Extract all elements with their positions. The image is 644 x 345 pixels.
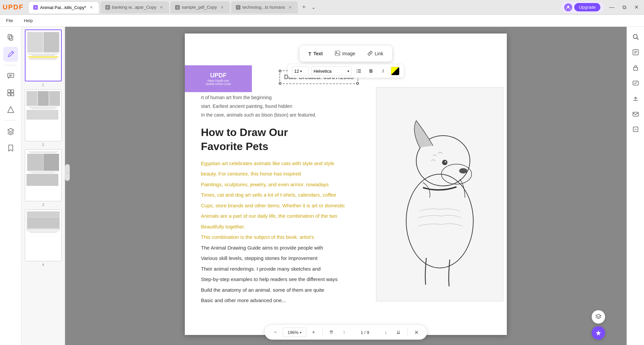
- bookmark-icon[interactable]: [3, 141, 18, 155]
- comment-icon[interactable]: [3, 69, 18, 83]
- tab-animal-painting[interactable]: A Animal Pai...kills_Copy* ✕: [28, 1, 99, 13]
- thumbnail-3[interactable]: 3: [23, 149, 63, 207]
- bold-button[interactable]: B: [366, 66, 376, 76]
- thumbnail-4[interactable]: 4: [23, 209, 63, 267]
- edit-icon[interactable]: [3, 47, 18, 62]
- zoom-display[interactable]: 196% ▾: [283, 328, 306, 337]
- thumbnail-2[interactable]: 2: [23, 89, 63, 147]
- next-page-button[interactable]: ↓: [380, 327, 391, 338]
- layers-floating-button[interactable]: [592, 310, 605, 324]
- svg-point-12: [336, 52, 337, 53]
- svg-rect-8: [8, 93, 10, 96]
- heading-line1: How to Draw Our: [201, 126, 288, 138]
- last-page-button[interactable]: ⇊: [393, 327, 404, 338]
- pdf-viewing-area: T Text Image Link 12 ▾: [65, 27, 627, 345]
- thumb-box-1[interactable]: [25, 29, 62, 81]
- first-page-button[interactable]: ⇈: [326, 327, 337, 338]
- zoom-in-button[interactable]: +: [308, 327, 319, 338]
- left-sidebar: [0, 27, 21, 345]
- watermark-url: https://updf.com: [208, 79, 229, 82]
- toolbar-tab-image[interactable]: Image: [331, 49, 359, 58]
- thumb-num-3: 3: [42, 203, 44, 207]
- zoom-out-button[interactable]: −: [270, 327, 281, 338]
- toolbar-tab-link-label: Link: [375, 51, 383, 56]
- pdf-toolbar: T Text Image Link: [300, 46, 392, 62]
- font-size-value: 12: [294, 69, 299, 74]
- thumbnail-1[interactable]: 1: [23, 29, 63, 87]
- thumb-num-2: 2: [42, 143, 44, 147]
- organize-icon[interactable]: [3, 85, 18, 100]
- upload-icon[interactable]: [629, 92, 642, 105]
- thumb-box-4[interactable]: [25, 209, 62, 261]
- thumb-box-3[interactable]: [25, 149, 62, 201]
- tab-sample-pdf[interactable]: s sample_pdf_Copy ✕: [170, 1, 230, 13]
- svg-point-19: [406, 174, 473, 268]
- dog-illustration: [376, 87, 503, 301]
- thumb-content-3: [25, 150, 61, 201]
- image-icon: [335, 51, 340, 57]
- list-button[interactable]: [354, 66, 364, 76]
- svg-rect-3: [8, 73, 14, 77]
- tab-overflow-button[interactable]: ⌄: [311, 4, 316, 10]
- email-icon[interactable]: [629, 107, 642, 121]
- restore-button[interactable]: ⧉: [620, 3, 629, 12]
- italic-button[interactable]: I: [378, 66, 388, 76]
- font-size-selector[interactable]: 12 ▾: [292, 66, 309, 76]
- close-bar-button[interactable]: ✕: [411, 327, 422, 338]
- layers-icon[interactable]: [3, 124, 18, 139]
- toolbar-tab-text[interactable]: T Text: [305, 50, 326, 58]
- browser-tab-bar: UPDF A Animal Pai...kills_Copy* ✕ b bank…: [0, 0, 644, 15]
- tab-close-1[interactable]: ✕: [158, 4, 164, 10]
- toolbar-divider: [322, 328, 323, 336]
- text-color-button[interactable]: [390, 66, 400, 76]
- pages-icon[interactable]: [3, 30, 18, 45]
- user-avatar-area[interactable]: Upgrade: [561, 2, 604, 13]
- search-icon[interactable]: [629, 30, 642, 44]
- main-layout: 1 2: [0, 27, 644, 345]
- prev-page-button[interactable]: ↑: [339, 327, 350, 338]
- svg-point-23: [442, 160, 447, 165]
- lock-icon[interactable]: [629, 61, 642, 74]
- tab-banking[interactable]: b banking w...apar_Copy ✕: [101, 1, 169, 13]
- thumb-box-2[interactable]: [25, 89, 62, 141]
- tab-close-2[interactable]: ✕: [219, 4, 225, 10]
- tab-close-3[interactable]: ✕: [287, 4, 293, 10]
- sidebar-divider-2: [5, 120, 17, 121]
- text-extract-icon[interactable]: [629, 46, 642, 59]
- handle-br[interactable]: [356, 82, 359, 85]
- add-tab-button[interactable]: +: [299, 3, 309, 12]
- total-pages: 9: [367, 330, 369, 335]
- svg-point-16: [357, 69, 357, 70]
- svg-rect-7: [11, 90, 14, 92]
- ai-floating-button[interactable]: [592, 326, 605, 340]
- thumb-content-4: [25, 210, 61, 261]
- toolbar-tab-image-label: Image: [342, 51, 355, 56]
- updf-logo: UPDF: [3, 3, 23, 11]
- svg-marker-10: [8, 107, 14, 113]
- toolbar-tab-text-label: Text: [313, 51, 323, 56]
- upgrade-button[interactable]: Upgrade: [574, 3, 600, 11]
- tab-label: sample_pdf_Copy: [182, 5, 217, 10]
- watermark-title: UPDF: [210, 72, 227, 79]
- font-family-selector[interactable]: Helvetica ▾: [311, 66, 352, 76]
- convert-icon[interactable]: [3, 102, 18, 117]
- help-menu[interactable]: Help: [22, 17, 35, 24]
- thumb-num-1: 1: [42, 83, 44, 87]
- collapse-panel-handle[interactable]: ‹: [65, 164, 70, 181]
- close-button[interactable]: ✕: [632, 3, 641, 12]
- minimize-button[interactable]: —: [606, 3, 617, 12]
- partial-highlight-text: This combination is the subject of this …: [201, 234, 314, 240]
- file-menu[interactable]: File: [4, 17, 15, 24]
- svg-rect-9: [11, 93, 14, 96]
- tab-technology[interactable]: t technolog...ts humans ✕: [231, 1, 298, 13]
- handle-tl[interactable]: [279, 70, 281, 72]
- toolbar-tab-link[interactable]: Link: [364, 49, 387, 58]
- handle-bl[interactable]: [279, 82, 281, 85]
- heading-line2: Favorite Pets: [201, 140, 268, 152]
- compress-icon[interactable]: [629, 123, 642, 136]
- watermark-icon[interactable]: [629, 76, 642, 90]
- pdf-page: UPDF https://updf.com WWW.UPDF.COM Date …: [185, 33, 507, 335]
- font-family-arrow: ▾: [347, 69, 349, 73]
- tab-close-0[interactable]: ✕: [88, 4, 94, 10]
- svg-point-22: [459, 168, 467, 174]
